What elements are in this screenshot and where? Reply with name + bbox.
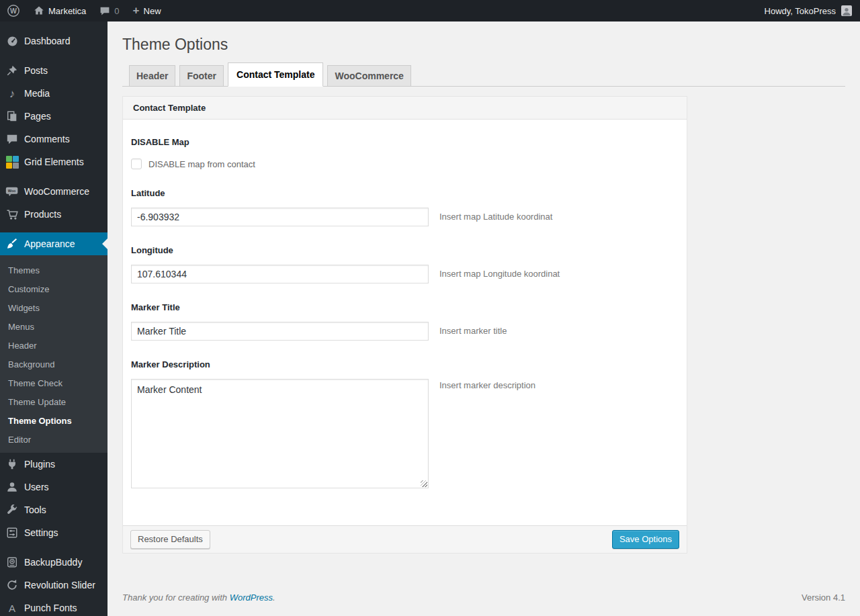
save-options-button[interactable]: Save Options xyxy=(612,530,679,549)
longitude-field: Longitude Insert map Longitude koordinat xyxy=(131,245,679,283)
svg-text:Woo: Woo xyxy=(8,189,16,193)
admin-bar: W Marketica 0 + New Howdy, TokoPress xyxy=(0,0,860,21)
comments-count: 0 xyxy=(114,6,119,16)
tab-bar: Header Footer Contact Template WooCommer… xyxy=(122,62,845,87)
restore-defaults-button[interactable]: Restore Defaults xyxy=(130,530,210,549)
submenu-item-theme-update[interactable]: Theme Update xyxy=(0,392,108,411)
home-icon xyxy=(34,5,44,16)
sidebar-item-comments[interactable]: Comments xyxy=(0,128,108,150)
sidebar-item-revolution-slider[interactable]: Revolution Slider xyxy=(0,574,108,597)
panel-action-bar: Restore Defaults Save Options xyxy=(123,525,687,553)
main-content: Theme Options Header Footer Contact Temp… xyxy=(108,21,860,616)
comment-bubble-icon xyxy=(99,5,110,16)
submenu-item-customize[interactable]: Customize xyxy=(0,279,108,298)
wordpress-link[interactable]: WordPress xyxy=(230,592,273,603)
comments-shortcut[interactable]: 0 xyxy=(93,0,126,21)
media-icon: ♪ xyxy=(5,87,19,100)
comments-icon xyxy=(5,132,19,146)
sidebar-item-backupbuddy[interactable]: BackupBuddy xyxy=(0,551,108,574)
sidebar-item-users[interactable]: Users xyxy=(0,476,108,498)
submenu-item-theme-options[interactable]: Theme Options xyxy=(0,411,108,430)
tab-contact-template[interactable]: Contact Template xyxy=(228,62,323,87)
new-content-button[interactable]: + New xyxy=(126,0,168,21)
submenu-item-theme-check[interactable]: Theme Check xyxy=(0,373,108,392)
submenu-item-themes[interactable]: Themes xyxy=(0,261,108,279)
submenu-item-editor[interactable]: Editor xyxy=(0,430,108,449)
sidebar-item-pages[interactable]: Pages xyxy=(0,105,108,128)
sidebar-item-tools[interactable]: Tools xyxy=(0,498,108,521)
letter-a-icon: A xyxy=(5,601,19,615)
refresh-cycle-icon xyxy=(5,578,19,592)
footer-thanks: Thank you for creating with WordPress. xyxy=(122,592,275,603)
marker-title-field: Marker Title Insert marker title xyxy=(131,302,679,341)
sidebar-item-media[interactable]: ♪Media xyxy=(0,82,108,105)
wordpress-icon: W xyxy=(7,4,20,17)
latitude-help: Insert map Latitude koordinat xyxy=(439,212,552,222)
paintbrush-icon xyxy=(5,237,19,251)
backup-drive-icon xyxy=(5,556,19,569)
submenu-item-widgets[interactable]: Widgets xyxy=(0,298,108,317)
plus-icon: + xyxy=(133,5,140,16)
sliders-icon xyxy=(5,526,19,539)
grid-elements-icon xyxy=(5,155,19,169)
marker-title-help: Insert marker title xyxy=(439,326,507,337)
sidebar-item-products[interactable]: Products xyxy=(0,203,108,226)
longitude-input[interactable] xyxy=(131,265,429,283)
admin-sidebar: Dashboard Posts ♪Media Pages Comments Gr… xyxy=(0,21,108,616)
sidebar-item-grid-elements[interactable]: Grid Elements xyxy=(0,150,108,173)
tab-header[interactable]: Header xyxy=(129,65,175,86)
svg-text:W: W xyxy=(10,7,17,15)
marker-title-label: Marker Title xyxy=(131,302,679,313)
pages-icon xyxy=(5,109,19,123)
marker-description-help: Insert marker description xyxy=(439,380,535,391)
disable-map-field: DISABLE Map DISABLE map from contact xyxy=(131,137,679,169)
tab-woocommerce[interactable]: WooCommerce xyxy=(327,65,411,86)
latitude-input[interactable] xyxy=(131,208,429,226)
disable-map-label: DISABLE Map xyxy=(131,137,679,148)
longitude-help: Insert map Longitude koordinat xyxy=(439,269,560,279)
contact-template-panel: Contact Template DISABLE Map DISABLE map… xyxy=(122,96,687,554)
pin-icon xyxy=(5,64,19,77)
sidebar-item-dashboard[interactable]: Dashboard xyxy=(0,30,108,52)
page-footer: Thank you for creating with WordPress. V… xyxy=(122,592,845,603)
disable-map-checkbox-row[interactable]: DISABLE map from contact xyxy=(131,159,679,169)
latitude-field: Latitude Insert map Latitude koordinat xyxy=(131,188,679,226)
disable-map-checkbox[interactable] xyxy=(131,159,142,169)
longitude-label: Longitude xyxy=(131,245,679,256)
dashboard-icon xyxy=(5,34,19,48)
sidebar-item-plugins[interactable]: Plugins xyxy=(0,453,108,476)
latitude-label: Latitude xyxy=(131,188,679,199)
sidebar-item-posts[interactable]: Posts xyxy=(0,59,108,82)
tab-footer[interactable]: Footer xyxy=(179,65,224,86)
page-title: Theme Options xyxy=(122,35,845,54)
site-name: Marketica xyxy=(48,6,86,16)
new-label: New xyxy=(144,6,161,16)
submenu-item-background[interactable]: Background xyxy=(0,355,108,373)
submenu-item-header[interactable]: Header xyxy=(0,336,108,355)
plug-icon xyxy=(5,457,19,471)
marker-description-textarea[interactable]: Marker Content xyxy=(131,379,429,488)
disable-map-checkbox-label: DISABLE map from contact xyxy=(148,159,255,169)
howdy-account-menu[interactable]: Howdy, TokoPress xyxy=(757,0,860,21)
sidebar-item-settings[interactable]: Settings xyxy=(0,521,108,544)
sidebar-item-punch-fonts[interactable]: APunch Fonts xyxy=(0,597,108,616)
user-icon xyxy=(5,480,19,494)
wrench-icon xyxy=(5,503,19,517)
submenu-item-menus[interactable]: Menus xyxy=(0,317,108,336)
marker-title-input[interactable] xyxy=(131,322,429,341)
marker-description-field: Marker Description Marker Content Insert… xyxy=(131,359,679,488)
footer-version: Version 4.1 xyxy=(802,592,845,603)
howdy-text: Howdy, TokoPress xyxy=(765,6,836,16)
sidebar-item-appearance[interactable]: Appearance xyxy=(0,232,108,255)
cart-icon xyxy=(5,208,19,221)
wordpress-logo[interactable]: W xyxy=(0,0,27,21)
marker-description-label: Marker Description xyxy=(131,359,679,370)
sidebar-item-woocommerce[interactable]: Woo WooCommerce xyxy=(0,180,108,203)
panel-title: Contact Template xyxy=(123,97,687,120)
avatar xyxy=(841,5,852,16)
woocommerce-icon: Woo xyxy=(5,185,19,198)
site-name-menu[interactable]: Marketica xyxy=(27,0,93,21)
appearance-submenu: Themes Customize Widgets Menus Header Ba… xyxy=(0,255,108,453)
